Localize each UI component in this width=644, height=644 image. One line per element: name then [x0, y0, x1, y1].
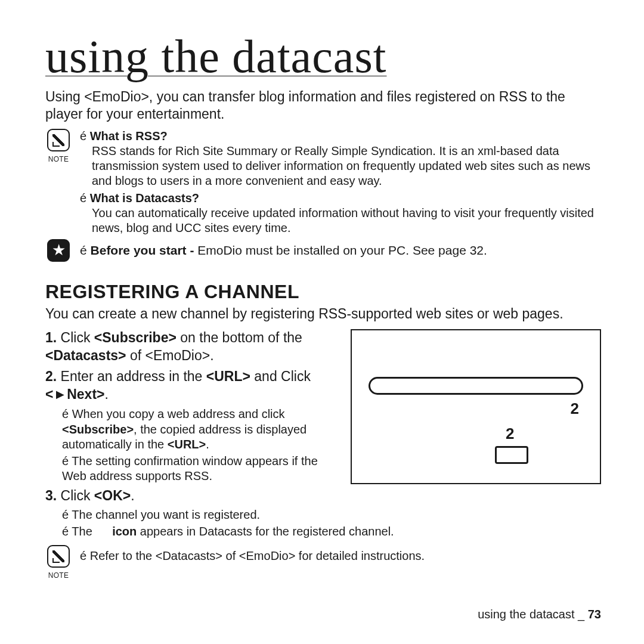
- step-number: 1.: [45, 330, 57, 345]
- qa2-text: You can automatically receive updated in…: [80, 206, 601, 236]
- star-icon: [47, 239, 70, 262]
- step-number: 2.: [45, 369, 57, 384]
- before-start-bold: Before you start -: [91, 243, 198, 257]
- qa1-title: What is RSS?: [90, 129, 168, 143]
- step-3-sub-b: é The icon appears in Datacasts for the …: [45, 524, 601, 540]
- bullet-icon: é: [80, 129, 86, 143]
- bullet-icon: é: [80, 243, 87, 257]
- page-title: using the datacast: [45, 33, 601, 80]
- figure-next-button: [495, 446, 528, 464]
- intro-text: Using <EmoDio>, you can transfer blog in…: [45, 88, 601, 123]
- figure-illustration: 2 2: [351, 329, 601, 484]
- step-2-sub-a: é When you copy a web address and click …: [45, 407, 343, 453]
- qa2-title: What is Datacasts?: [90, 191, 199, 205]
- step-2-sub-b: é The setting confirmation window appear…: [45, 454, 343, 484]
- page-footer: using the datacast _ 73: [478, 608, 601, 621]
- end-note-text: Refer to the <Datacasts> of <EmoDio> for…: [90, 549, 425, 562]
- note-icon: [47, 129, 70, 151]
- bullet-icon: é: [80, 549, 86, 562]
- bullet-icon: é: [62, 407, 69, 420]
- before-start-text: EmoDio must be installed on your PC. See…: [197, 243, 487, 257]
- step-1: 1. Click <Subscribe> on the bottom of th…: [45, 329, 343, 364]
- qa1-text: RSS stands for Rich Site Summary or Real…: [80, 144, 601, 188]
- bullet-icon: é: [80, 191, 86, 205]
- step-number: 3.: [45, 488, 57, 503]
- figure-callout-2b: 2: [506, 425, 514, 443]
- step-2: 2. Enter an address in the <URL> and Cli…: [45, 368, 343, 403]
- note-label: NOTE: [45, 571, 72, 580]
- figure-url-bar: [369, 377, 583, 395]
- step-3: 3. Click <OK>.: [45, 488, 601, 504]
- step-3-sub-a: é The channel you want is registered.: [45, 507, 601, 523]
- bullet-icon: é: [62, 525, 69, 538]
- section-heading: REGISTERING A CHANNEL: [45, 281, 601, 303]
- figure-callout-2a: 2: [571, 400, 579, 418]
- section-intro: You can create a new channel by register…: [45, 305, 601, 323]
- bullet-icon: é: [62, 454, 69, 467]
- note-icon: [47, 545, 70, 568]
- bullet-icon: é: [62, 508, 69, 521]
- note-label: NOTE: [45, 155, 72, 163]
- footer-page-number: 73: [588, 608, 601, 621]
- footer-section: using the datacast _: [478, 608, 588, 621]
